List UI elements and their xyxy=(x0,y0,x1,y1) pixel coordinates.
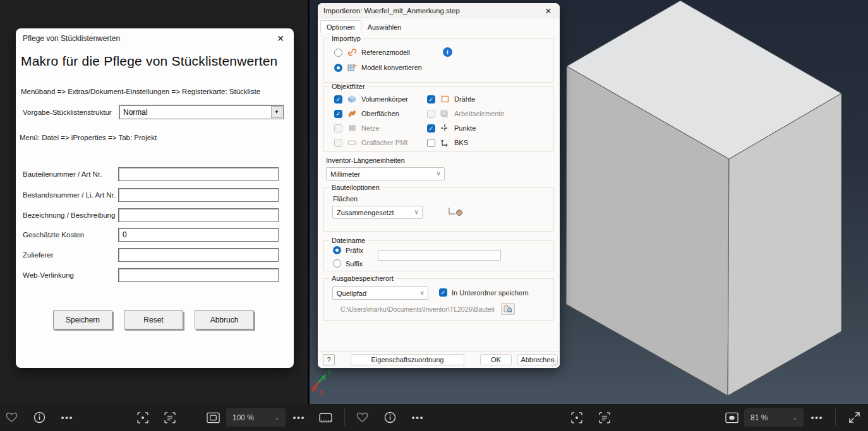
supplier-input[interactable] xyxy=(118,248,279,262)
cancel-button[interactable]: Abbruch xyxy=(195,310,254,329)
estimated-cost-label: Geschätzte Kosten xyxy=(23,231,84,239)
fullscreen-icon[interactable] xyxy=(848,411,861,424)
radio-row-modell-konvertieren[interactable]: Modell konvertieren xyxy=(334,63,422,72)
oberflaechen-checkbox[interactable]: ✓ xyxy=(334,110,342,118)
more-options-icon[interactable]: ••• xyxy=(811,411,824,424)
bks-checkbox[interactable] xyxy=(427,139,435,147)
text-extract-icon[interactable] xyxy=(163,411,176,424)
close-icon[interactable]: ✕ xyxy=(542,5,555,16)
chevron-down-icon[interactable]: ▼ xyxy=(271,106,282,118)
flaechen-label: Flächen xyxy=(333,195,358,203)
import-tabstrip: Optionen Auswählen xyxy=(318,18,560,33)
info-icon[interactable] xyxy=(383,411,397,424)
save-button[interactable]: Speichern xyxy=(53,310,112,329)
web-link-input[interactable] xyxy=(118,268,279,282)
link-icon xyxy=(347,48,357,57)
punkte-label: Punkte xyxy=(454,124,476,132)
actual-size-icon[interactable] xyxy=(725,411,738,424)
property-mapping-button[interactable]: Eigenschaftszuordnung xyxy=(351,354,464,365)
referenzmodell-radio[interactable] xyxy=(334,49,342,57)
filter-row-draehte[interactable]: ✓ Drähte xyxy=(427,95,475,103)
filter-row-arbeitselemente[interactable]: Arbeitselemente xyxy=(427,109,505,118)
structure-combobox-value: Normal xyxy=(119,108,271,117)
favorite-heart-icon[interactable] xyxy=(356,411,369,424)
menu-hint-text: Menü: Datei => iProperties => Tab: Proje… xyxy=(20,134,157,141)
tab-auswaehlen[interactable]: Auswählen xyxy=(361,20,408,33)
units-label: Inventor-Längeneinheiten xyxy=(326,156,445,164)
filter-row-oberflaechen[interactable]: ✓ Oberflächen xyxy=(334,109,399,118)
part-number-input[interactable] xyxy=(118,167,279,181)
fit-to-window-icon[interactable] xyxy=(207,411,220,424)
visual-search-icon[interactable] xyxy=(136,411,149,424)
text-extract-icon[interactable] xyxy=(598,411,611,424)
close-icon[interactable]: ✕ xyxy=(274,32,287,45)
left-zoom-value: 100 % xyxy=(232,413,254,422)
info-icon[interactable] xyxy=(33,411,46,424)
tab-optionen[interactable]: Optionen xyxy=(320,20,361,33)
volumenkoerper-checkbox[interactable]: ✓ xyxy=(334,95,342,103)
folder-search-icon xyxy=(503,305,512,313)
importtyp-legend: Importtyp xyxy=(329,35,363,42)
subfolder-row[interactable]: ✓ In Unterordner speichern xyxy=(439,288,529,297)
wire-icon xyxy=(440,95,450,103)
praefix-radio[interactable] xyxy=(333,246,341,254)
visual-search-icon[interactable] xyxy=(570,411,583,424)
axis-x-label: X xyxy=(319,389,324,396)
filmstrip-icon[interactable] xyxy=(319,411,332,424)
filter-row-bks[interactable]: BKS xyxy=(427,138,468,147)
ucs-icon xyxy=(440,138,450,147)
arbeitselemente-checkbox[interactable] xyxy=(427,110,435,118)
punkte-checkbox[interactable]: ✓ xyxy=(427,124,435,133)
macro-dialog-titlebar[interactable]: Pflege von Stücklistenwerten ✕ xyxy=(16,28,294,49)
stock-number-label: Bestandsnummer / Li. Art Nr. xyxy=(23,191,116,199)
browse-button[interactable] xyxy=(501,303,515,315)
suffix-radio[interactable] xyxy=(333,259,341,268)
flaechen-select[interactable]: Zusammengesetzt ˅ xyxy=(332,206,423,219)
units-select[interactable]: Millimeter ˅ xyxy=(326,167,445,180)
filter-row-volumenkoerper[interactable]: ✓ Volumenkörper xyxy=(334,95,408,103)
grafischer-pmi-checkbox[interactable] xyxy=(334,139,342,147)
subfolder-checkbox[interactable]: ✓ xyxy=(439,288,447,297)
macro-heading: Makro für die Pflege von Stücklistenwert… xyxy=(21,54,277,69)
convert-model-icon xyxy=(347,63,357,72)
info-icon[interactable]: i xyxy=(443,47,452,57)
reset-button[interactable]: Reset xyxy=(124,310,183,329)
filename-input[interactable] xyxy=(378,250,501,261)
more-options-icon[interactable]: ••• xyxy=(61,411,74,424)
radio-row-referenzmodell[interactable]: Referenzmodell xyxy=(334,48,410,57)
more-options-icon[interactable]: ••• xyxy=(292,411,306,424)
grafischer-pmi-label: Grafischer PMI xyxy=(361,139,407,146)
draehte-label: Drähte xyxy=(454,95,475,103)
description-input[interactable] xyxy=(118,208,279,222)
left-zoom-dropdown[interactable]: 100 % ⌄ xyxy=(226,408,286,427)
filter-row-netze[interactable]: Netze xyxy=(334,124,380,133)
toolbar-divider xyxy=(835,409,836,426)
right-zoom-dropdown[interactable]: 81 % ⌄ xyxy=(744,408,804,427)
output-path-select[interactable]: Quellpfad ˅ xyxy=(332,286,428,300)
referenzmodell-label: Referenzmodell xyxy=(361,49,410,56)
more-options-icon[interactable]: ••• xyxy=(411,411,425,424)
pmi-icon xyxy=(347,138,357,147)
structure-label: Vorgabe-Stücklistenstruktur xyxy=(23,109,112,116)
resize-grip[interactable] xyxy=(552,360,558,367)
filter-row-grafischer-pmi[interactable]: Grafischer PMI xyxy=(334,138,407,147)
favorite-heart-icon[interactable] xyxy=(5,411,18,424)
stock-number-input[interactable] xyxy=(118,188,279,202)
output-path-text: C:\Users\marku\Documents\Inventor\TL2026… xyxy=(341,305,495,313)
import-dialog-titlebar[interactable]: Importieren: Wuerfel_mit_Anmerkung.step … xyxy=(318,3,560,18)
modell-konvertieren-radio[interactable] xyxy=(334,64,342,72)
filter-row-punkte[interactable]: ✓ Punkte xyxy=(427,124,476,133)
help-button[interactable]: ? xyxy=(323,354,335,365)
structure-combobox[interactable]: Normal ▼ xyxy=(119,105,284,119)
axis-triad: Y X xyxy=(310,367,354,399)
right-zoom-value: 81 % xyxy=(750,413,768,422)
draehte-checkbox[interactable]: ✓ xyxy=(427,95,435,103)
subfolder-label: In Unterordner speichern xyxy=(452,289,529,297)
estimated-cost-input[interactable] xyxy=(118,228,279,242)
radio-row-praefix[interactable]: Präfix xyxy=(333,246,363,254)
field-row-stock-number: Bestandsnummer / Li. Art Nr. xyxy=(16,188,294,203)
praefix-label: Präfix xyxy=(346,247,363,254)
netze-checkbox[interactable] xyxy=(334,124,342,133)
radio-row-suffix[interactable]: Suffix xyxy=(333,259,363,268)
ok-button[interactable]: OK xyxy=(480,354,512,365)
